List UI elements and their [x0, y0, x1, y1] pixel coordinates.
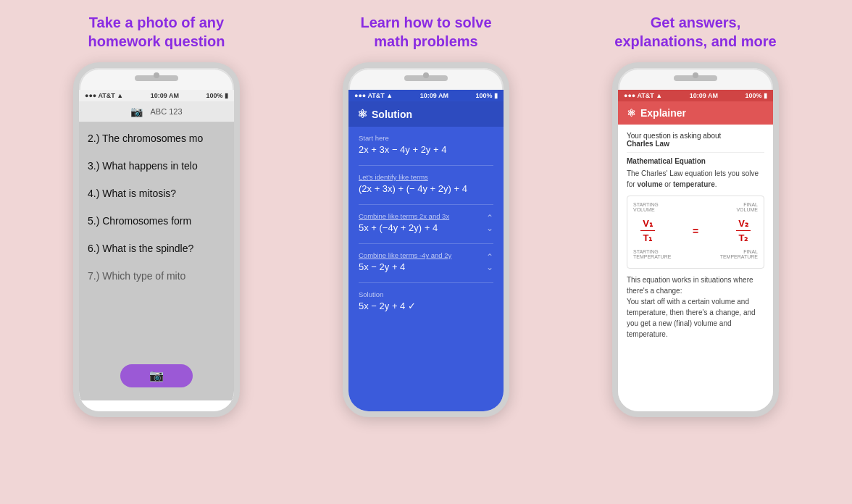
charles-diagram: STARTINGVOLUME FINALVOLUME V₁ T₁ = V — [627, 196, 764, 269]
phone-2-screen: ●●● AT&T ▲ 10:09 AM 100% ▮ ⚛ Solution St… — [348, 90, 504, 411]
explainer-body: Your question is asking about Charles La… — [618, 125, 773, 353]
hw-line-6: 7.) Which type of mito — [88, 266, 225, 286]
step-3-content: Combine like terms 2x and 3x 5x + (−4y +… — [359, 212, 449, 233]
step-1-eq: 2x + 3x − 4y + 2y + 4 — [359, 144, 493, 155]
explainer-section-text: The Charles' Law equation lets you solve… — [627, 168, 764, 190]
hw-line-1: 2.) The chromosomes mo — [88, 128, 225, 148]
explainer-intro: Your question is asking about Charles La… — [627, 132, 764, 148]
panel-1: Take a photo of any homework question ●●… — [22, 13, 291, 497]
fraction-1: V₁ T₁ — [640, 218, 655, 243]
camera-toolbar: 📷 ABC 123 — [79, 101, 234, 122]
solution-step-5: Solution 5x − 2y + 4 ✓ — [359, 290, 493, 311]
status-battery: 100% ▮ — [206, 92, 228, 99]
solution-header: ⚛ Solution — [348, 101, 504, 127]
fraction-2: V₂ T₂ — [736, 218, 751, 243]
camera-content: 2.) The chromosomes mo 3.) What happens … — [79, 122, 234, 400]
step-4-arrow: ⌃⌄ — [486, 252, 493, 272]
camera-mode-text: ABC 123 — [150, 107, 182, 116]
step-1-label: Start here — [359, 134, 493, 142]
t2-denominator: T₂ — [739, 232, 748, 243]
status-carrier-3: ●●● AT&T ▲ — [624, 92, 662, 99]
step-2-eq: (2x + 3x) + (− 4y + 2y) + 4 — [359, 183, 493, 194]
homework-lines: 2.) The chromosomes mo 3.) What happens … — [88, 128, 225, 286]
fraction-line-2 — [736, 230, 751, 231]
diagram-bottom-labels: STARTINGTEMPERATURE FINALTEMPERATURE — [633, 249, 758, 259]
hw-line-2: 3.) What happens in telo — [88, 156, 225, 176]
step-3-eq: 5x + (−4y + 2y) + 4 — [359, 222, 449, 233]
explainer-icon: ⚛ — [627, 107, 636, 119]
solution-step-1: Start here 2x + 3x − 4y + 2y + 4 — [359, 134, 493, 155]
v1-numerator: V₁ — [643, 218, 653, 229]
explainer-title-text: Explainer — [640, 107, 686, 119]
phone-1-screen: ●●● AT&T ▲ 10:09 AM 100% ▮ 📷 ABC 123 2.)… — [79, 90, 234, 411]
hw-line-4: 5.) Chromosomes form — [88, 211, 225, 231]
solution-body: Start here 2x + 3x − 4y + 2y + 4 Let's i… — [348, 127, 504, 329]
hw-line-5: 6.) What is the spindle? — [88, 238, 225, 259]
solution-step-2: Let's identify like terms (2x + 3x) + (−… — [359, 173, 493, 194]
step-4-content: Combine like terms -4y and 2y 5x − 2y + … — [359, 251, 451, 272]
step-5-label: Solution — [359, 290, 493, 298]
phone-1: ●●● AT&T ▲ 10:09 AM 100% ▮ 📷 ABC 123 2.)… — [73, 62, 240, 417]
panel-2-title: Learn how to solve math problems — [360, 13, 491, 51]
label-starting-temp: STARTINGTEMPERATURE — [633, 249, 671, 259]
label-starting-volume: STARTINGVOLUME — [633, 202, 659, 212]
explainer-header: ⚛ Explainer — [618, 101, 773, 125]
panel-3-title: Get answers, explanations, and more — [614, 13, 776, 51]
label-final-temp: FINALTEMPERATURE — [720, 249, 758, 259]
main-container: Take a photo of any homework question ●●… — [0, 0, 852, 504]
panel-3: Get answers, explanations, and more ●●● … — [561, 13, 830, 497]
hw-line-3: 4.) What is mitosis? — [88, 183, 225, 203]
step-3-arrow: ⌃⌄ — [486, 213, 493, 233]
diagram-fractions: V₁ T₁ = V₂ T₂ — [633, 215, 758, 246]
diagram-top-labels: STARTINGVOLUME FINALVOLUME — [633, 202, 758, 212]
v2-numerator: V₂ — [738, 218, 748, 229]
fraction-line-1 — [640, 230, 655, 231]
t1-denominator: T₁ — [643, 232, 653, 243]
solution-step-3: Combine like terms 2x and 3x 5x + (−4y +… — [359, 212, 493, 233]
camera-icon: 📷 — [130, 106, 143, 117]
capture-icon: 📷 — [149, 365, 164, 387]
solution-title: Solution — [372, 109, 412, 120]
solution-step-4: Combine like terms -4y and 2y 5x − 2y + … — [359, 251, 493, 272]
step-5-eq: 5x − 2y + 4 ✓ — [359, 301, 493, 311]
explainer-section-title: Mathematical Equation — [627, 157, 764, 165]
status-time-2: 10:09 AM — [420, 92, 448, 99]
equals-sign: = — [693, 225, 698, 237]
status-battery-2: 100% ▮ — [475, 92, 498, 99]
phone-1-status-bar: ●●● AT&T ▲ 10:09 AM 100% ▮ — [79, 90, 234, 101]
panel-1-title: Take a photo of any homework question — [88, 13, 225, 51]
phone-3: ●●● AT&T ▲ 10:09 AM 100% ▮ ⚛ Explainer Y… — [612, 62, 779, 417]
explainer-conclusion: This equation works in situations where … — [627, 274, 764, 340]
step-3-label: Combine like terms 2x and 3x — [359, 212, 449, 220]
capture-button[interactable]: 📷 — [120, 364, 193, 387]
status-battery-3: 100% ▮ — [745, 92, 767, 99]
panel-2: Learn how to solve math problems ●●● AT&… — [291, 13, 561, 497]
status-time-3: 10:09 AM — [690, 92, 718, 99]
status-time: 10:09 AM — [151, 92, 179, 99]
explainer-topic: Charles Law — [627, 140, 669, 148]
phone-2-status-bar: ●●● AT&T ▲ 10:09 AM 100% ▮ — [348, 90, 504, 101]
step-2-label: Let's identify like terms — [359, 173, 493, 181]
status-carrier: ●●● AT&T ▲ — [85, 92, 123, 99]
explainer-divider-1 — [627, 152, 764, 153]
phone-2: ●●● AT&T ▲ 10:09 AM 100% ▮ ⚛ Solution St… — [343, 62, 509, 417]
phone-3-status-bar: ●●● AT&T ▲ 10:09 AM 100% ▮ — [618, 90, 773, 101]
status-carrier-2: ●●● AT&T ▲ — [354, 92, 393, 99]
step-4-label: Combine like terms -4y and 2y — [359, 251, 451, 259]
phone-3-screen: ●●● AT&T ▲ 10:09 AM 100% ▮ ⚛ Explainer Y… — [618, 90, 773, 411]
label-final-volume: FINALVOLUME — [736, 202, 758, 212]
solution-icon: ⚛ — [357, 107, 367, 121]
step-4-eq: 5x − 2y + 4 — [359, 261, 451, 272]
